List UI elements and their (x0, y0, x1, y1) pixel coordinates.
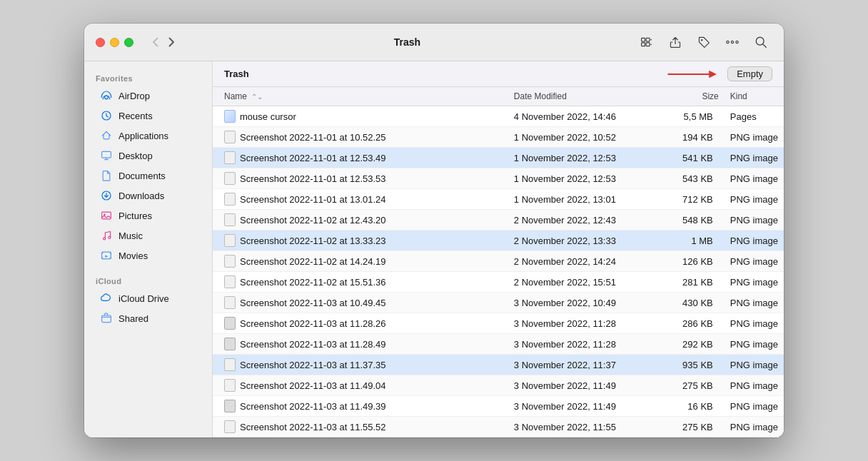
sidebar-item-music[interactable]: Music (89, 226, 208, 245)
search-button[interactable] (750, 32, 772, 52)
svg-rect-19 (110, 252, 111, 253)
file-name: Screenshot 2022-11-03 at 11.49.39 (240, 401, 386, 412)
more-button[interactable] (721, 32, 744, 52)
sidebar-item-documents[interactable]: Documents (89, 166, 208, 186)
table-row[interactable]: Screenshot 2022-11-02 at 13.33.23 2 Nove… (213, 230, 784, 251)
table-row[interactable]: mouse cursor 4 November 2022, 14:46 5,5 … (213, 106, 784, 127)
file-kind: PNG image (725, 210, 784, 230)
content-header: Trash Empty (213, 61, 784, 87)
forward-button[interactable] (164, 34, 179, 50)
sidebar-item-pictures[interactable]: Pictures (89, 206, 208, 226)
col-date-header[interactable]: Date Modified (508, 87, 656, 106)
file-icon (224, 400, 236, 412)
table-row[interactable]: Screenshot 2022-11-01 at 12.53.53 1 Nove… (213, 168, 784, 189)
sidebar: Favorites AirDrop (84, 61, 213, 437)
file-name-cell: Screenshot 2022-11-01 at 12.53.53 (213, 168, 508, 189)
sidebar-item-shared[interactable]: Shared (89, 308, 208, 328)
file-name-cell: Screenshot 2022-11-01 at 10.52.25 (213, 127, 508, 148)
icloud-label: iCloud (84, 271, 212, 288)
table-row[interactable]: Screenshot 2022-11-03 at 11.28.26 3 Nove… (213, 313, 784, 334)
file-name: Screenshot 2022-11-01 at 12.53.49 (240, 153, 386, 163)
table-row[interactable]: Screenshot 2022-11-02 at 12.43.20 2 Nove… (213, 210, 784, 230)
file-kind: PNG image (725, 168, 784, 189)
file-icon (224, 255, 236, 268)
sort-icon: ⌃⌄ (251, 93, 263, 101)
desktop-label: Desktop (118, 151, 153, 161)
file-name-cell: Screenshot 2022-11-03 at 11.28.26 (213, 313, 508, 334)
file-name-cell: Screenshot 2022-11-01 at 13.01.24 (213, 189, 508, 210)
file-date: 3 November 2022, 10:49 (508, 293, 656, 313)
file-date: 3 November 2022, 11:49 (508, 396, 656, 417)
applications-icon (100, 129, 113, 142)
file-size: 126 KB (656, 251, 725, 272)
file-size: 548 KB (656, 210, 725, 230)
file-kind: PNG image (725, 396, 784, 417)
file-name-cell: Screenshot 2022-11-03 at 11.37.35 (213, 355, 508, 375)
table-row[interactable]: Screenshot 2022-11-03 at 11.28.49 3 Nove… (213, 334, 784, 355)
file-icon (224, 151, 236, 164)
close-button[interactable] (96, 38, 105, 47)
sidebar-item-downloads[interactable]: Downloads (89, 186, 208, 206)
file-name-cell: Screenshot 2022-11-03 at 11.28.49 (213, 334, 508, 355)
file-name: Screenshot 2022-11-01 at 13.01.24 (240, 194, 386, 205)
arrow-indicator (665, 67, 722, 81)
svg-point-6 (731, 41, 733, 43)
icloud-drive-icon (100, 292, 113, 305)
file-name-cell: Screenshot 2022-11-02 at 13.33.23 (213, 230, 508, 251)
file-size: 935 KB (656, 355, 725, 375)
tag-button[interactable] (692, 32, 715, 52)
sidebar-item-icloud-drive[interactable]: iCloud Drive (89, 288, 208, 308)
table-row[interactable]: Screenshot 2022-11-01 at 12.53.49 1 Nove… (213, 148, 784, 168)
col-name-header[interactable]: Name ⌃⌄ (213, 87, 508, 106)
back-button[interactable] (148, 34, 163, 50)
folder-name: Trash (224, 69, 665, 79)
file-date: 2 November 2022, 15:51 (508, 272, 656, 293)
col-kind-header[interactable]: Kind (725, 87, 784, 106)
table-row[interactable]: Screenshot 2022-11-03 at 11.56.05 3 Nove… (213, 437, 784, 438)
file-kind: PNG image (725, 272, 784, 293)
empty-button[interactable]: Empty (727, 66, 772, 81)
table-row[interactable]: Screenshot 2022-11-03 at 11.37.35 3 Nove… (213, 355, 784, 375)
sidebar-item-desktop[interactable]: Desktop (89, 146, 208, 166)
sidebar-item-recents[interactable]: Recents (89, 106, 208, 126)
sidebar-item-movies[interactable]: Movies (89, 245, 208, 265)
downloads-icon (100, 189, 113, 202)
table-row[interactable]: Screenshot 2022-11-01 at 13.01.24 1 Nove… (213, 189, 784, 210)
airdrop-label: AirDrop (118, 91, 150, 101)
sidebar-item-applications[interactable]: Applications (89, 126, 208, 146)
table-row[interactable]: Screenshot 2022-11-01 at 10.52.25 1 Nove… (213, 127, 784, 148)
svg-point-15 (104, 238, 106, 240)
file-date: 3 November 2022, 11:55 (508, 417, 656, 437)
share-button[interactable] (664, 32, 687, 52)
svg-rect-2 (642, 43, 645, 46)
music-icon (100, 229, 113, 242)
file-size: 1 MB (656, 230, 725, 251)
col-size-header[interactable]: Size (656, 87, 725, 106)
table-row[interactable]: Screenshot 2022-11-02 at 14.24.19 2 Nove… (213, 251, 784, 272)
table-row[interactable]: Screenshot 2022-11-03 at 11.49.04 3 Nove… (213, 375, 784, 396)
file-name-cell: mouse cursor (213, 106, 508, 127)
file-name: Screenshot 2022-11-03 at 11.28.26 (240, 318, 386, 329)
file-name-cell: Screenshot 2022-11-02 at 15.51.36 (213, 272, 508, 293)
svg-point-4 (701, 39, 702, 41)
file-name: Screenshot 2022-11-02 at 12.43.20 (240, 215, 386, 226)
file-name-cell: Screenshot 2022-11-02 at 12.43.20 (213, 210, 508, 230)
minimize-button[interactable] (110, 38, 119, 47)
file-date: 1 November 2022, 12:53 (508, 168, 656, 189)
table-row[interactable]: Screenshot 2022-11-03 at 11.49.39 3 Nove… (213, 396, 784, 417)
music-label: Music (118, 230, 143, 241)
table-row[interactable]: Screenshot 2022-11-03 at 11.55.52 3 Nove… (213, 417, 784, 437)
file-icon (224, 172, 236, 185)
file-size: 5,5 MB (656, 106, 725, 127)
file-size: 541 KB (656, 148, 725, 168)
sidebar-item-airdrop[interactable]: AirDrop (89, 86, 208, 106)
svg-rect-0 (642, 38, 645, 41)
list-view-button[interactable] (635, 32, 658, 52)
file-size: 286 KB (656, 313, 725, 334)
svg-rect-18 (102, 252, 104, 253)
maximize-button[interactable] (124, 38, 133, 47)
file-kind: PNG image (725, 230, 784, 251)
table-row[interactable]: Screenshot 2022-11-02 at 15.51.36 2 Nove… (213, 272, 784, 293)
file-date: 2 November 2022, 14:24 (508, 251, 656, 272)
table-row[interactable]: Screenshot 2022-11-03 at 10.49.45 3 Nove… (213, 293, 784, 313)
